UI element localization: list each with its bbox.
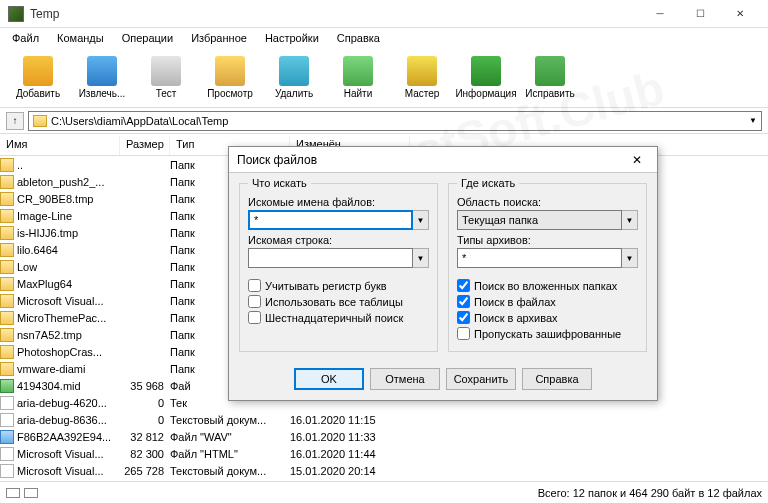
file-name: Microsoft Visual... — [17, 448, 104, 460]
file-modified: 16.01.2020 11:33 — [290, 431, 410, 443]
folder-icon — [0, 226, 14, 240]
folder-icon — [0, 175, 14, 189]
file-modified: 16.01.2020 11:44 — [290, 448, 410, 460]
file-name: ableton_push2_... — [17, 176, 104, 188]
types-input[interactable] — [457, 248, 622, 268]
txt-icon — [0, 413, 14, 427]
archives-checkbox[interactable]: Поиск в архивах — [457, 311, 638, 324]
file-name: aria-debug-8636... — [17, 414, 107, 426]
file-size: 35 968 — [120, 380, 170, 392]
what-legend: Что искать — [248, 177, 311, 189]
file-size: 0 — [120, 414, 170, 426]
cancel-button[interactable]: Отмена — [370, 368, 440, 390]
menu-файл[interactable]: Файл — [4, 30, 47, 46]
column-size[interactable]: Размер — [120, 136, 170, 155]
app-icon — [8, 6, 24, 22]
filenames-input[interactable] — [248, 210, 413, 230]
file-type: Текстовый докум... — [170, 414, 290, 426]
menu-операции[interactable]: Операции — [114, 30, 181, 46]
file-icon — [0, 447, 14, 461]
hex-checkbox[interactable]: Шестнадцатеричный поиск — [248, 311, 429, 324]
toolbar-Информация[interactable]: Информация — [456, 52, 516, 104]
file-name: nsn7A52.tmp — [17, 329, 82, 341]
menu-настройки[interactable]: Настройки — [257, 30, 327, 46]
folder-icon — [0, 277, 14, 291]
chevron-down-icon[interactable]: ▼ — [622, 210, 638, 230]
file-name: aria-debug-4620... — [17, 397, 107, 409]
file-name: lilo.6464 — [17, 244, 58, 256]
types-label: Типы архивов: — [457, 234, 638, 246]
folder-icon — [0, 158, 14, 172]
toolbar-label: Найти — [344, 88, 373, 99]
table-row[interactable]: F86B2AA392E94...32 812Файл "WAV"16.01.20… — [0, 428, 768, 445]
folder-icon — [0, 209, 14, 223]
toolbar-icon — [471, 56, 501, 86]
toolbar-icon — [87, 56, 117, 86]
menu-команды[interactable]: Команды — [49, 30, 112, 46]
minimize-button[interactable]: ─ — [640, 2, 680, 26]
subfolders-checkbox[interactable]: Поиск во вложенных папках — [457, 279, 638, 292]
toolbar-icon — [535, 56, 565, 86]
chevron-down-icon[interactable]: ▼ — [413, 210, 429, 230]
file-size: 82 300 — [120, 448, 170, 460]
toolbar-Добавить[interactable]: Добавить — [8, 52, 68, 104]
toolbar-label: Добавить — [16, 88, 60, 99]
where-to-search-group: Где искать Область поиска: ▼ Типы архиво… — [448, 183, 647, 352]
dialog-buttons: OK Отмена Сохранить Справка — [229, 362, 657, 400]
files-checkbox[interactable]: Поиск в файлах — [457, 295, 638, 308]
toolbar-Извлечь...[interactable]: Извлечь... — [72, 52, 132, 104]
up-button[interactable]: ↑ — [6, 112, 24, 130]
file-size: 32 812 — [120, 431, 170, 443]
folder-icon — [0, 362, 14, 376]
help-button[interactable]: Справка — [522, 368, 592, 390]
where-legend: Где искать — [457, 177, 519, 189]
dialog-close-button[interactable]: ✕ — [625, 150, 649, 170]
folder-icon — [0, 328, 14, 342]
menu-справка[interactable]: Справка — [329, 30, 388, 46]
toolbar-Удалить[interactable]: Удалить — [264, 52, 324, 104]
toolbar-label: Просмотр — [207, 88, 253, 99]
file-name: vmware-diami — [17, 363, 85, 375]
filenames-label: Искомые имена файлов: — [248, 196, 429, 208]
status-icon — [24, 488, 38, 498]
close-button[interactable]: ✕ — [720, 2, 760, 26]
tables-checkbox[interactable]: Использовать все таблицы — [248, 295, 429, 308]
string-input[interactable] — [248, 248, 413, 268]
path-text: C:\Users\diami\AppData\Local\Temp — [51, 115, 228, 127]
ok-button[interactable]: OK — [294, 368, 364, 390]
toolbar: ДобавитьИзвлечь...ТестПросмотрУдалитьНай… — [0, 48, 768, 108]
chevron-down-icon[interactable]: ▼ — [622, 248, 638, 268]
toolbar-Найти[interactable]: Найти — [328, 52, 388, 104]
titlebar: Temp ─ ☐ ✕ — [0, 0, 768, 28]
menu-избранное[interactable]: Избранное — [183, 30, 255, 46]
chevron-down-icon[interactable]: ▼ — [413, 248, 429, 268]
what-to-search-group: Что искать Искомые имена файлов: ▼ Иском… — [239, 183, 438, 352]
toolbar-label: Извлечь... — [79, 88, 126, 99]
toolbar-icon — [279, 56, 309, 86]
txt-icon — [0, 464, 14, 478]
toolbar-Мастер[interactable]: Мастер — [392, 52, 452, 104]
statusbar: Всего: 12 папок и 464 290 байт в 12 файл… — [0, 481, 768, 503]
file-name: Microsoft Visual... — [17, 465, 104, 477]
maximize-button[interactable]: ☐ — [680, 2, 720, 26]
file-type: Файл "HTML" — [170, 448, 290, 460]
toolbar-Исправить[interactable]: Исправить — [520, 52, 580, 104]
chevron-down-icon[interactable]: ▼ — [749, 116, 757, 125]
toolbar-Просмотр[interactable]: Просмотр — [200, 52, 260, 104]
table-row[interactable]: aria-debug-8636...0Текстовый докум...16.… — [0, 411, 768, 428]
skip-encrypted-checkbox[interactable]: Пропускать зашифрованные — [457, 327, 638, 340]
toolbar-label: Удалить — [275, 88, 313, 99]
save-button[interactable]: Сохранить — [446, 368, 516, 390]
file-name: Low — [17, 261, 37, 273]
path-input[interactable]: C:\Users\diami\AppData\Local\Temp ▼ — [28, 111, 762, 131]
toolbar-Тест[interactable]: Тест — [136, 52, 196, 104]
table-row[interactable]: Microsoft Visual...82 300Файл "HTML"16.0… — [0, 445, 768, 462]
toolbar-label: Мастер — [405, 88, 440, 99]
scope-select[interactable] — [457, 210, 622, 230]
status-icon — [6, 488, 20, 498]
column-name[interactable]: Имя — [0, 136, 120, 155]
case-checkbox[interactable]: Учитывать регистр букв — [248, 279, 429, 292]
table-row[interactable]: Microsoft Visual...265 728Текстовый доку… — [0, 462, 768, 479]
toolbar-label: Исправить — [525, 88, 574, 99]
dialog-titlebar: Поиск файлов ✕ — [229, 147, 657, 173]
